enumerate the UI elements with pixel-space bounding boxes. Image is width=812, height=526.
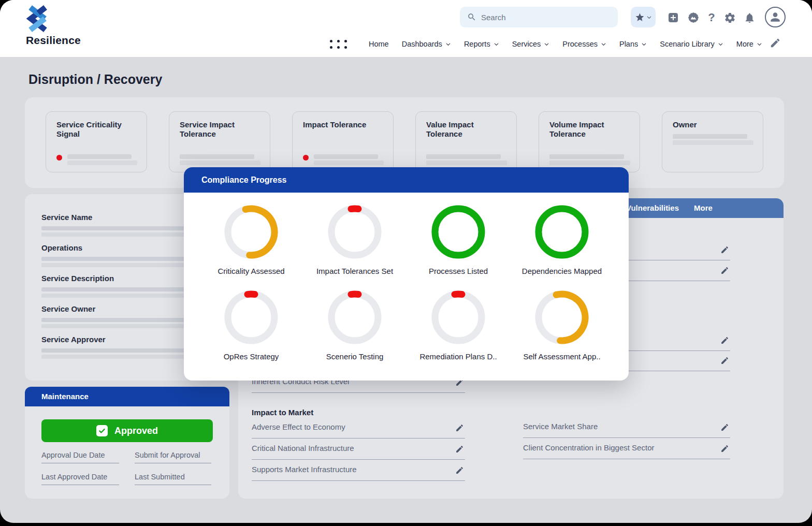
skeleton-bar — [67, 154, 132, 159]
apps-grid-icon[interactable] — [330, 40, 347, 49]
nav-item-home[interactable]: Home — [369, 40, 389, 48]
ring-label: Impact Tolerances Set — [316, 267, 393, 275]
settings-icon[interactable] — [723, 11, 736, 24]
editable-field-critical-national-infrastructure[interactable]: Critical National Infrastructure — [252, 444, 465, 461]
approved-button[interactable]: Approved — [41, 419, 213, 442]
edit-icon[interactable] — [720, 266, 729, 275]
field-label: Submit for Approval — [135, 451, 200, 459]
nav-item-label: Services — [512, 40, 541, 48]
summary-card-service-impact-tolerance[interactable]: Service Impact Tolerance — [169, 111, 270, 172]
field-label: Last Submitted — [135, 473, 185, 481]
status-dot — [303, 155, 309, 160]
editable-field-client-concentration-in-biggest-sector[interactable]: Client Concentration in Biggest Sector — [523, 443, 730, 461]
favorites-dropdown[interactable] — [631, 7, 656, 27]
skeleton-bar — [426, 160, 507, 165]
page-body: Disruption / Recovery Service Criticalit… — [0, 57, 812, 523]
skeleton-bar — [549, 160, 630, 165]
nav-item-processes[interactable]: Processes — [562, 40, 606, 48]
search-input[interactable]: Search — [460, 7, 618, 27]
edit-icon[interactable] — [455, 466, 464, 475]
ring-label: Dependencies Mapped — [522, 267, 602, 275]
editable-field-supports-market-infrastructure[interactable]: Supports Market Infrastructure — [252, 465, 465, 483]
field-underline — [252, 392, 465, 393]
nav-item-scenario-library[interactable]: Scenario Library — [660, 40, 723, 48]
skeleton-value — [303, 154, 384, 165]
tab-vulnerabilities[interactable]: Vulnerabilities — [626, 198, 679, 218]
field-underline — [523, 459, 730, 459]
maintenance-fields: Approval Due DateSubmit for ApprovalLast… — [41, 450, 211, 489]
nav-item-label: Home — [369, 40, 389, 48]
approved-button-label: Approved — [114, 426, 158, 436]
editable-field-service-market-share[interactable]: Service Market Share — [523, 422, 730, 440]
skeleton-bar — [426, 154, 501, 159]
progress-ring — [430, 289, 487, 346]
edit-icon[interactable] — [455, 445, 464, 454]
park-badge-icon[interactable] — [687, 11, 700, 24]
notifications-icon[interactable] — [743, 11, 756, 24]
edit-icon[interactable] — [770, 37, 781, 51]
edit-icon[interactable] — [720, 444, 729, 453]
ring-label: OpRes Strategy — [224, 352, 279, 361]
main-navigation: HomeDashboardsReportsServicesProcessesPl… — [330, 36, 762, 52]
search-placeholder: Search — [481, 13, 506, 22]
chevron-down-icon — [718, 41, 723, 47]
brand-logo-icon[interactable] — [24, 4, 52, 34]
nav-item-plans[interactable]: Plans — [619, 40, 647, 48]
ring-label: Processes Listed — [429, 267, 488, 275]
maintenance-field-submit-for-approval[interactable]: Submit for Approval — [135, 450, 211, 467]
progress-ring — [223, 289, 280, 346]
summary-card-owner[interactable]: Owner — [662, 111, 763, 172]
skeleton-value — [180, 154, 260, 165]
chevron-down-icon — [601, 41, 606, 47]
summary-card-title: Owner — [673, 120, 753, 129]
chevron-down-icon — [494, 41, 499, 47]
progress-ring — [326, 289, 383, 346]
question-mark-glyph: ? — [708, 11, 715, 24]
compliance-ring-dependencies-mapped[interactable]: Dependencies Mapped — [510, 203, 614, 289]
summary-card-value-impact-tolerance[interactable]: Value Impact Tolerance — [415, 111, 517, 172]
ring-label: Remediation Plans D.. — [419, 352, 497, 361]
chevron-down-icon — [641, 41, 647, 47]
tab-more[interactable]: More — [694, 198, 713, 218]
nav-item-more[interactable]: More — [736, 40, 762, 48]
summary-card-title: Impact Tolerance — [303, 120, 384, 129]
maintenance-field-last-submitted[interactable]: Last Submitted — [135, 472, 211, 489]
summary-card-title: Service Impact Tolerance — [180, 120, 260, 139]
field-label: Critical National Infrastructure — [252, 444, 354, 452]
section-title-impact-to-market: Impact to Market — [252, 408, 313, 417]
chevron-down-icon — [646, 14, 652, 20]
summary-card-service-criticality-signal[interactable]: Service Criticality Signal — [46, 111, 147, 172]
maintenance-field-approval-due-date[interactable]: Approval Due Date — [41, 450, 119, 467]
compliance-ring-opres-strategy[interactable]: OpRes Strategy — [199, 289, 303, 374]
edit-icon[interactable] — [720, 245, 729, 254]
edit-icon[interactable] — [720, 336, 729, 345]
help-icon[interactable]: ? — [705, 11, 718, 24]
nav-item-dashboards[interactable]: Dashboards — [402, 40, 451, 48]
compliance-ring-self-assessment-app[interactable]: Self Assessment App.. — [510, 289, 614, 374]
nav-item-label: More — [736, 40, 753, 48]
compliance-ring-impact-tolerances-set[interactable]: Impact Tolerances Set — [303, 203, 407, 289]
nav-item-reports[interactable]: Reports — [464, 40, 499, 48]
edit-icon[interactable] — [455, 423, 464, 432]
summary-card-impact-tolerance[interactable]: Impact Tolerance — [292, 111, 394, 172]
top-bar: Resilience Search ? — [0, 0, 812, 57]
edit-icon[interactable] — [720, 356, 729, 365]
progress-ring — [326, 203, 383, 260]
chevron-down-icon — [445, 41, 451, 47]
progress-ring — [223, 203, 280, 260]
nav-item-services[interactable]: Services — [512, 40, 550, 48]
edit-icon[interactable] — [720, 423, 729, 432]
summary-card-volume-impact-tolerance[interactable]: Volume Impact Tolerance — [539, 111, 640, 172]
compliance-ring-processes-listed[interactable]: Processes Listed — [407, 203, 510, 289]
user-avatar-icon[interactable] — [765, 7, 786, 27]
field-label: Last Approved Date — [41, 473, 107, 481]
skeleton-bar — [673, 134, 747, 139]
compliance-ring-criticality-assessed[interactable]: Criticality Assessed — [199, 203, 303, 289]
search-icon — [467, 12, 476, 22]
editable-field-adverse-effect-to-economy[interactable]: Adverse Effect to Economy — [252, 422, 465, 440]
compliance-ring-scenerio-testing[interactable]: Scenerio Testing — [303, 289, 407, 374]
summary-card-title: Service Criticality Signal — [56, 120, 137, 139]
maintenance-field-last-approved-date[interactable]: Last Approved Date — [41, 472, 119, 489]
compliance-ring-remediation-plans-d[interactable]: Remediation Plans D.. — [407, 289, 510, 374]
add-icon[interactable] — [666, 11, 680, 24]
